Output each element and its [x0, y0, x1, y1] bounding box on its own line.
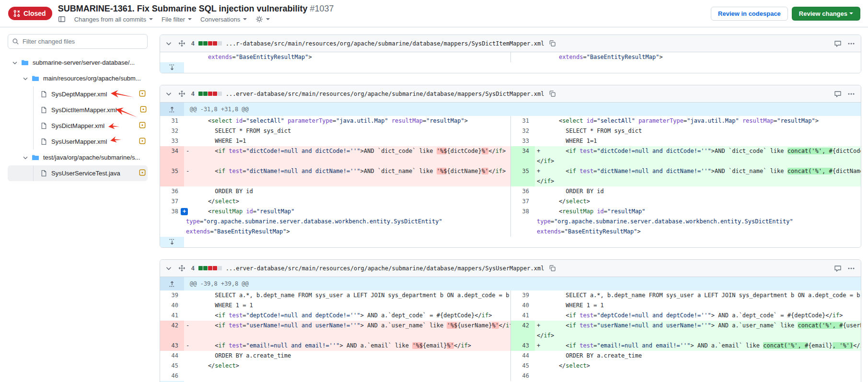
line-number[interactable]: 40	[160, 301, 184, 311]
line-number[interactable]: 46	[511, 371, 535, 381]
line-number[interactable]	[160, 52, 184, 62]
code-line[interactable]: WHERE 1 = 1	[535, 301, 861, 311]
code-line[interactable]: - <if test="dictCode!=null and dictCode!…	[184, 146, 510, 166]
line-number[interactable]: 41	[160, 311, 184, 321]
line-number[interactable]: 32	[160, 126, 184, 136]
line-number[interactable]: 38+	[160, 207, 184, 237]
expand-hunk-up-button[interactable]	[160, 103, 184, 116]
code-line[interactable]: + <if test="dictCode!=null and dictCode!…	[535, 146, 861, 166]
line-number[interactable]: 36	[511, 186, 535, 197]
line-number[interactable]: 42	[160, 321, 184, 341]
tree-file-sysdictitemmapper-xml[interactable]: SysDictItemMapper.xml	[8, 102, 148, 118]
line-number[interactable]: 39	[511, 290, 535, 301]
line-number[interactable]: 31	[160, 116, 184, 126]
line-number[interactable]: 33	[511, 136, 535, 146]
tree-file-sysuserservicetest-java[interactable]: SysUserServiceTest.java	[8, 165, 148, 181]
line-number[interactable]: 34	[511, 146, 535, 166]
line-number[interactable]: 32	[511, 126, 535, 136]
expand-down-button[interactable]	[160, 62, 184, 73]
collapse-file-button[interactable]	[164, 89, 174, 99]
add-comment-button[interactable]: +	[181, 208, 188, 215]
collapse-sidebar-button[interactable]	[58, 15, 66, 23]
file-options-kebab-button[interactable]	[846, 89, 856, 99]
file-options-kebab-button[interactable]	[846, 264, 856, 273]
line-number[interactable]: 45	[511, 361, 535, 371]
code-line[interactable]: <select id="selectAll" parameterType="ja…	[184, 116, 510, 126]
expand-hunk-up-button[interactable]	[160, 277, 184, 290]
code-line[interactable]: SELECT * FROM sys_dict	[184, 126, 510, 136]
code-line[interactable]: + <if test="userName!=null and userName!…	[535, 321, 861, 341]
line-number[interactable]: 35	[511, 166, 535, 186]
code-line[interactable]: </select>	[184, 197, 510, 207]
tree-folder-test-java-org-apache-submarine-s[interactable]: test/java/org/apache/submarine/s...	[8, 150, 148, 165]
line-number[interactable]: 43	[511, 341, 535, 351]
drag-handle[interactable]	[177, 264, 186, 273]
copy-path-button[interactable]	[548, 89, 557, 98]
copy-path-button[interactable]	[548, 39, 557, 48]
code-line[interactable]: SELECT * FROM sys_dict	[535, 126, 861, 136]
collapse-file-button[interactable]	[164, 264, 174, 273]
line-number[interactable]	[511, 52, 535, 62]
line-number[interactable]: 45	[160, 361, 184, 371]
tree-file-sysdeptmapper-xml[interactable]: SysDeptMapper.xml	[8, 86, 148, 102]
code-line[interactable]: ORDER BY a.create_time	[184, 351, 510, 361]
code-line[interactable]: - <if test="dictName!=null and dictName!…	[184, 166, 510, 186]
conversations-dropdown[interactable]: Conversations	[200, 16, 247, 23]
code-line[interactable]: - <if test="email!=null and email!=''"> …	[184, 341, 510, 351]
expand-down-button[interactable]	[160, 237, 184, 247]
collapse-file-button[interactable]	[164, 39, 174, 48]
line-number[interactable]: 42	[511, 321, 535, 341]
tree-folder-main-resources-org-apache-subm[interactable]: main/resources/org/apache/subm...	[8, 70, 148, 86]
code-line[interactable]: </select>	[535, 361, 861, 371]
code-line[interactable]: <if test="deptCode!=null and deptCode!='…	[535, 311, 861, 321]
drag-handle[interactable]	[177, 39, 186, 48]
line-number[interactable]: 40	[511, 301, 535, 311]
line-number[interactable]: 38	[511, 207, 535, 237]
line-number[interactable]: 31	[511, 116, 535, 126]
code-line[interactable]: WHERE 1=1	[535, 136, 861, 146]
tree-file-sysusermapper-xml[interactable]: SysUserMapper.xml	[8, 134, 148, 150]
review-changes-button[interactable]: Review changes	[792, 7, 860, 21]
comment-button[interactable]	[833, 89, 843, 99]
drag-handle[interactable]	[177, 89, 186, 98]
file-options-kebab-button[interactable]	[846, 39, 856, 48]
file-filter-dropdown[interactable]: File filter	[162, 16, 192, 23]
code-line[interactable]: <resultMap id="resultMap"type="org.apach…	[535, 207, 861, 237]
line-number[interactable]: 44	[511, 351, 535, 361]
code-line[interactable]: ORDER BY a.create_time	[535, 351, 861, 361]
code-line[interactable]: WHERE 1=1	[184, 136, 510, 146]
code-line[interactable]: - <if test="userName!=null and userName!…	[184, 321, 510, 341]
line-number[interactable]: 33	[160, 136, 184, 146]
code-line[interactable]: </select>	[535, 197, 861, 207]
code-line[interactable]: WHERE 1 = 1	[184, 301, 510, 311]
code-line[interactable]: extends="BaseEntityResultMap">	[184, 52, 510, 62]
line-number[interactable]: 43	[160, 341, 184, 351]
code-line[interactable]: SELECT a.*, b.dept_name FROM sys_user a …	[184, 290, 510, 301]
comment-button[interactable]	[833, 39, 843, 48]
line-number[interactable]: 36	[160, 186, 184, 197]
copy-path-button[interactable]	[548, 264, 557, 273]
line-number[interactable]: 46	[160, 371, 184, 381]
code-line[interactable]: <select id="selectAll" parameterType="ja…	[535, 116, 861, 126]
line-number[interactable]: 37	[511, 197, 535, 207]
comment-button[interactable]	[833, 264, 843, 273]
code-line[interactable]: <resultMap id="resultMap"type="org.apach…	[184, 207, 510, 237]
diff-settings-dropdown[interactable]	[255, 15, 270, 23]
line-number[interactable]: 35	[160, 166, 184, 186]
code-line[interactable]: + <if test="email!=null and email!=''"> …	[535, 341, 861, 351]
code-line[interactable]: extends="BaseEntityResultMap">	[535, 52, 861, 62]
line-number[interactable]: 41	[511, 311, 535, 321]
line-number[interactable]: 39	[160, 290, 184, 301]
line-number[interactable]: 37	[160, 197, 184, 207]
code-line[interactable]: <if test="deptCode!=null and deptCode!='…	[184, 311, 510, 321]
code-line[interactable]: ORDER BY id	[184, 186, 510, 197]
tree-folder-submarine-server-server-database[interactable]: submarine-server/server-database/...	[8, 55, 148, 70]
tree-file-sysdictmapper-xml[interactable]: SysDictMapper.xml	[8, 118, 148, 134]
code-line[interactable]: ORDER BY id	[535, 186, 861, 197]
line-number[interactable]: 34	[160, 146, 184, 166]
line-number[interactable]: 44	[160, 351, 184, 361]
code-line[interactable]: SELECT a.*, b.dept_name FROM sys_user a …	[535, 290, 861, 301]
changes-from-commits-dropdown[interactable]: Changes from all commits	[74, 16, 153, 23]
review-in-codespace-button[interactable]: Review in codespace	[711, 7, 788, 21]
code-line[interactable]: </select>	[184, 361, 510, 371]
